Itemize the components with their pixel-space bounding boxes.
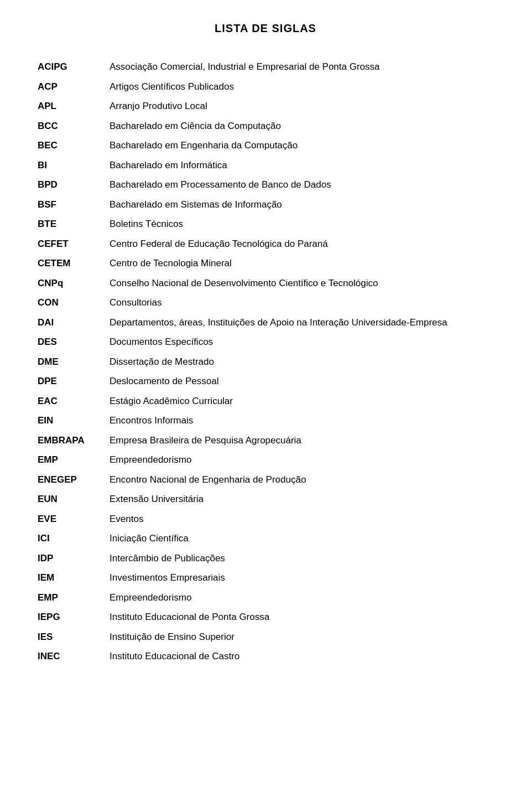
list-item: CETEMCentro de Tecnologia Mineral bbox=[33, 254, 498, 273]
sigla-definition: Eventos bbox=[105, 509, 498, 529]
list-item: IEMInvestimentos Empresariais bbox=[33, 568, 498, 588]
sigla-abbr: DPE bbox=[33, 371, 105, 391]
sigla-table: ACIPGAssociação Comercial, Industrial e … bbox=[33, 57, 498, 666]
sigla-definition: Deslocamento de Pessoal bbox=[105, 371, 498, 391]
sigla-abbr: ENEGEP bbox=[33, 470, 105, 490]
list-item: ICIIniciação Científica bbox=[33, 529, 498, 549]
sigla-abbr: IEPG bbox=[33, 607, 105, 627]
sigla-definition: Conselho Nacional de Desenvolvimento Cie… bbox=[105, 273, 498, 293]
sigla-abbr: EAC bbox=[33, 391, 105, 411]
sigla-definition: Bacharelado em Informática bbox=[105, 156, 498, 175]
list-item: EUNExtensão Universitária bbox=[33, 489, 498, 509]
sigla-definition: Bacharelado em Sistemas de Informação bbox=[105, 195, 498, 215]
list-item: BIBacharelado em Informática bbox=[33, 156, 498, 175]
sigla-abbr: ACIPG bbox=[33, 57, 105, 77]
sigla-definition: Instituto Educacional de Castro bbox=[105, 647, 498, 666]
sigla-definition: Encontro Nacional de Engenharia de Produ… bbox=[105, 470, 498, 490]
sigla-definition: Bacharelado em Engenharia da Computação bbox=[105, 136, 498, 156]
list-item: CONConsultorias bbox=[33, 293, 498, 313]
sigla-definition: Bacharelado em Ciência da Computação bbox=[105, 116, 498, 136]
list-item: BPDBacharelado em Processamento de Banco… bbox=[33, 175, 498, 195]
sigla-definition: Centro de Tecnologia Mineral bbox=[105, 254, 498, 273]
sigla-abbr: BCC bbox=[33, 116, 105, 136]
list-item: EMPEmpreendedorismo bbox=[33, 588, 498, 608]
list-item: EMPEmpreendedorismo bbox=[33, 450, 498, 470]
list-item: DPEDeslocamento de Pessoal bbox=[33, 371, 498, 391]
sigla-definition: Artigos Científicos Publicados bbox=[105, 77, 498, 97]
sigla-abbr: DME bbox=[33, 352, 105, 372]
sigla-definition: Intercâmbio de Publicações bbox=[105, 549, 498, 568]
sigla-definition: Consultorias bbox=[105, 293, 498, 313]
sigla-abbr: CEFET bbox=[33, 234, 105, 254]
list-item: DAIDepartamentos, áreas, Instituições de… bbox=[33, 313, 498, 333]
sigla-abbr: INEC bbox=[33, 647, 105, 666]
sigla-definition: Empresa Brasileira de Pesquisa Agropecuá… bbox=[105, 431, 498, 451]
page-title: LISTA DE SIGLAS bbox=[33, 22, 498, 35]
sigla-abbr: ICI bbox=[33, 529, 105, 549]
sigla-definition: Encontros Informais bbox=[105, 411, 498, 431]
sigla-definition: Associação Comercial, Industrial e Empre… bbox=[105, 57, 498, 77]
sigla-definition: Documentos Específicos bbox=[105, 332, 498, 352]
sigla-definition: Estágio Acadêmico Curricular bbox=[105, 391, 498, 411]
sigla-definition: Centro Federal de Educação Tecnológica d… bbox=[105, 234, 498, 254]
list-item: CEFETCentro Federal de Educação Tecnológ… bbox=[33, 234, 498, 254]
list-item: APLArranjo Produtivo Local bbox=[33, 96, 498, 116]
list-item: IESInstituição de Ensino Superior bbox=[33, 627, 498, 647]
sigla-abbr: EMBRAPA bbox=[33, 431, 105, 451]
sigla-abbr: APL bbox=[33, 96, 105, 116]
sigla-definition: Boletins Técnicos bbox=[105, 214, 498, 234]
sigla-abbr: EVE bbox=[33, 509, 105, 529]
sigla-definition: Empreendedorismo bbox=[105, 588, 498, 608]
sigla-abbr: CON bbox=[33, 293, 105, 313]
sigla-abbr: IEM bbox=[33, 568, 105, 588]
list-item: ENEGEPEncontro Nacional de Engenharia de… bbox=[33, 470, 498, 490]
list-item: EACEstágio Acadêmico Curricular bbox=[33, 391, 498, 411]
sigla-abbr: CNPq bbox=[33, 273, 105, 293]
list-item: IEPGInstituto Educacional de Ponta Gross… bbox=[33, 607, 498, 627]
list-item: BTEBoletins Técnicos bbox=[33, 214, 498, 234]
list-item: EVEEventos bbox=[33, 509, 498, 529]
list-item: BCCBacharelado em Ciência da Computação bbox=[33, 116, 498, 136]
sigla-definition: Dissertação de Mestrado bbox=[105, 352, 498, 372]
sigla-abbr: DAI bbox=[33, 313, 105, 333]
sigla-abbr: BPD bbox=[33, 175, 105, 195]
sigla-definition: Bacharelado em Processamento de Banco de… bbox=[105, 175, 498, 195]
sigla-abbr: ACP bbox=[33, 77, 105, 97]
sigla-definition: Arranjo Produtivo Local bbox=[105, 96, 498, 116]
sigla-abbr: EMP bbox=[33, 588, 105, 608]
list-item: EINEncontros Informais bbox=[33, 411, 498, 431]
sigla-abbr: BTE bbox=[33, 214, 105, 234]
sigla-abbr: DES bbox=[33, 332, 105, 352]
list-item: IDPIntercâmbio de Publicações bbox=[33, 549, 498, 568]
sigla-abbr: EMP bbox=[33, 450, 105, 470]
list-item: BECBacharelado em Engenharia da Computaç… bbox=[33, 136, 498, 156]
list-item: CNPqConselho Nacional de Desenvolvimento… bbox=[33, 273, 498, 293]
sigla-abbr: BEC bbox=[33, 136, 105, 156]
sigla-abbr: EIN bbox=[33, 411, 105, 431]
sigla-abbr: IDP bbox=[33, 549, 105, 568]
sigla-abbr: CETEM bbox=[33, 254, 105, 273]
list-item: DMEDissertação de Mestrado bbox=[33, 352, 498, 372]
sigla-definition: Empreendedorismo bbox=[105, 450, 498, 470]
list-item: DESDocumentos Específicos bbox=[33, 332, 498, 352]
list-item: ACPArtigos Científicos Publicados bbox=[33, 77, 498, 97]
sigla-definition: Instituição de Ensino Superior bbox=[105, 627, 498, 647]
sigla-abbr: EUN bbox=[33, 489, 105, 509]
list-item: EMBRAPAEmpresa Brasileira de Pesquisa Ag… bbox=[33, 431, 498, 451]
list-item: INECInstituto Educacional de Castro bbox=[33, 647, 498, 666]
sigla-definition: Departamentos, áreas, Instituições de Ap… bbox=[105, 313, 498, 333]
sigla-definition: Investimentos Empresariais bbox=[105, 568, 498, 588]
sigla-abbr: IES bbox=[33, 627, 105, 647]
sigla-definition: Instituto Educacional de Ponta Grossa bbox=[105, 607, 498, 627]
list-item: BSFBacharelado em Sistemas de Informação bbox=[33, 195, 498, 215]
sigla-abbr: BI bbox=[33, 156, 105, 175]
list-item: ACIPGAssociação Comercial, Industrial e … bbox=[33, 57, 498, 77]
sigla-definition: Extensão Universitária bbox=[105, 489, 498, 509]
sigla-definition: Iniciação Científica bbox=[105, 529, 498, 549]
sigla-abbr: BSF bbox=[33, 195, 105, 215]
